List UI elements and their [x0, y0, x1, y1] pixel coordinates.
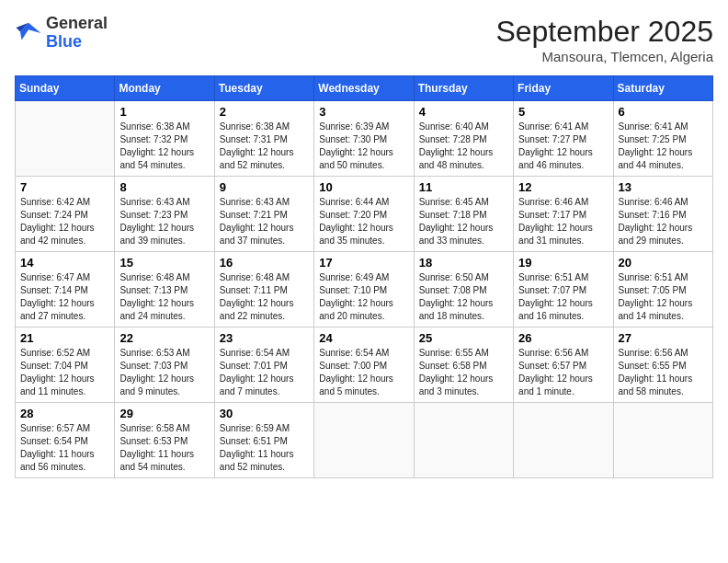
- day-number: 13: [619, 180, 708, 194]
- day-cell: 4Sunrise: 6:40 AM Sunset: 7:28 PM Daylig…: [414, 101, 513, 177]
- day-cell: 7Sunrise: 6:42 AM Sunset: 7:24 PM Daylig…: [16, 177, 115, 252]
- day-info: Sunrise: 6:39 AM Sunset: 7:30 PM Dayligh…: [319, 121, 408, 172]
- day-info: Sunrise: 6:53 AM Sunset: 7:03 PM Dayligh…: [119, 347, 209, 398]
- day-number: 25: [419, 331, 508, 345]
- day-cell: 29Sunrise: 6:58 AM Sunset: 6:53 PM Dayli…: [115, 403, 214, 478]
- day-number: 11: [419, 180, 508, 194]
- day-cell: 12Sunrise: 6:46 AM Sunset: 7:17 PM Dayli…: [514, 177, 613, 252]
- day-cell: [414, 403, 513, 478]
- logo: General Blue: [15, 15, 108, 52]
- day-cell: 13Sunrise: 6:46 AM Sunset: 7:16 PM Dayli…: [613, 177, 712, 252]
- day-number: 16: [220, 256, 309, 270]
- day-cell: 21Sunrise: 6:52 AM Sunset: 7:04 PM Dayli…: [16, 327, 115, 403]
- day-cell: 17Sunrise: 6:49 AM Sunset: 7:10 PM Dayli…: [314, 252, 414, 327]
- day-info: Sunrise: 6:43 AM Sunset: 7:21 PM Dayligh…: [220, 196, 309, 247]
- day-cell: 27Sunrise: 6:56 AM Sunset: 6:55 PM Dayli…: [613, 327, 712, 403]
- day-info: Sunrise: 6:45 AM Sunset: 7:18 PM Dayligh…: [419, 196, 508, 247]
- col-header-friday: Friday: [514, 76, 613, 101]
- day-number: 12: [518, 180, 608, 194]
- month-title: September 2025: [495, 15, 713, 49]
- day-number: 21: [20, 331, 109, 345]
- day-info: Sunrise: 6:58 AM Sunset: 6:53 PM Dayligh…: [119, 422, 209, 474]
- col-header-saturday: Saturday: [613, 76, 712, 101]
- day-cell: [514, 403, 613, 478]
- calendar: SundayMondayTuesdayWednesdayThursdayFrid…: [15, 75, 713, 478]
- col-header-wednesday: Wednesday: [314, 76, 414, 101]
- day-number: 3: [319, 105, 408, 119]
- title-block: September 2025 Mansoura, Tlemcen, Algeri…: [495, 15, 713, 64]
- day-cell: 20Sunrise: 6:51 AM Sunset: 7:05 PM Dayli…: [613, 252, 712, 327]
- day-info: Sunrise: 6:56 AM Sunset: 6:55 PM Dayligh…: [619, 347, 708, 398]
- day-number: 17: [319, 256, 408, 270]
- day-cell: 26Sunrise: 6:56 AM Sunset: 6:57 PM Dayli…: [514, 327, 613, 403]
- day-number: 18: [419, 256, 508, 270]
- day-cell: 22Sunrise: 6:53 AM Sunset: 7:03 PM Dayli…: [115, 327, 214, 403]
- header: General Blue September 2025 Mansoura, Tl…: [15, 15, 713, 64]
- day-number: 6: [619, 105, 708, 119]
- week-row-4: 21Sunrise: 6:52 AM Sunset: 7:04 PM Dayli…: [16, 327, 713, 403]
- col-header-monday: Monday: [115, 76, 214, 101]
- day-cell: 28Sunrise: 6:57 AM Sunset: 6:54 PM Dayli…: [16, 403, 115, 478]
- col-header-sunday: Sunday: [16, 76, 115, 101]
- day-cell: 23Sunrise: 6:54 AM Sunset: 7:01 PM Dayli…: [214, 327, 313, 403]
- day-info: Sunrise: 6:43 AM Sunset: 7:23 PM Dayligh…: [119, 196, 209, 247]
- day-info: Sunrise: 6:48 AM Sunset: 7:11 PM Dayligh…: [220, 271, 309, 323]
- header-row: SundayMondayTuesdayWednesdayThursdayFrid…: [16, 76, 713, 101]
- day-info: Sunrise: 6:41 AM Sunset: 7:25 PM Dayligh…: [619, 121, 708, 172]
- day-cell: 25Sunrise: 6:55 AM Sunset: 6:58 PM Dayli…: [414, 327, 513, 403]
- day-info: Sunrise: 6:40 AM Sunset: 7:28 PM Dayligh…: [419, 121, 508, 172]
- day-cell: 9Sunrise: 6:43 AM Sunset: 7:21 PM Daylig…: [214, 177, 313, 252]
- day-number: 5: [518, 105, 608, 119]
- day-number: 2: [220, 105, 309, 119]
- day-number: 4: [419, 105, 508, 119]
- day-cell: 18Sunrise: 6:50 AM Sunset: 7:08 PM Dayli…: [414, 252, 513, 327]
- day-cell: 2Sunrise: 6:38 AM Sunset: 7:31 PM Daylig…: [214, 101, 313, 177]
- day-cell: 1Sunrise: 6:38 AM Sunset: 7:32 PM Daylig…: [115, 101, 214, 177]
- day-info: Sunrise: 6:42 AM Sunset: 7:24 PM Dayligh…: [20, 196, 109, 247]
- day-info: Sunrise: 6:59 AM Sunset: 6:51 PM Dayligh…: [220, 422, 309, 474]
- day-cell: 15Sunrise: 6:48 AM Sunset: 7:13 PM Dayli…: [115, 252, 214, 327]
- day-cell: 14Sunrise: 6:47 AM Sunset: 7:14 PM Dayli…: [16, 252, 115, 327]
- day-number: 1: [119, 105, 209, 119]
- week-row-1: 1Sunrise: 6:38 AM Sunset: 7:32 PM Daylig…: [16, 101, 713, 177]
- day-cell: 10Sunrise: 6:44 AM Sunset: 7:20 PM Dayli…: [314, 177, 414, 252]
- day-info: Sunrise: 6:55 AM Sunset: 6:58 PM Dayligh…: [419, 347, 508, 398]
- day-number: 24: [319, 331, 408, 345]
- day-info: Sunrise: 6:41 AM Sunset: 7:27 PM Dayligh…: [518, 121, 608, 172]
- day-info: Sunrise: 6:38 AM Sunset: 7:32 PM Dayligh…: [119, 121, 209, 172]
- day-cell: 5Sunrise: 6:41 AM Sunset: 7:27 PM Daylig…: [514, 101, 613, 177]
- day-cell: 6Sunrise: 6:41 AM Sunset: 7:25 PM Daylig…: [613, 101, 712, 177]
- day-number: 29: [119, 407, 209, 420]
- day-number: 9: [220, 180, 309, 194]
- day-info: Sunrise: 6:50 AM Sunset: 7:08 PM Dayligh…: [419, 271, 508, 323]
- day-number: 7: [20, 180, 109, 194]
- day-info: Sunrise: 6:57 AM Sunset: 6:54 PM Dayligh…: [20, 422, 109, 474]
- day-number: 30: [220, 407, 309, 420]
- day-number: 27: [619, 331, 708, 345]
- day-info: Sunrise: 6:46 AM Sunset: 7:16 PM Dayligh…: [619, 196, 708, 247]
- week-row-2: 7Sunrise: 6:42 AM Sunset: 7:24 PM Daylig…: [16, 177, 713, 252]
- day-number: 15: [119, 256, 209, 270]
- week-row-3: 14Sunrise: 6:47 AM Sunset: 7:14 PM Dayli…: [16, 252, 713, 327]
- week-row-5: 28Sunrise: 6:57 AM Sunset: 6:54 PM Dayli…: [16, 403, 713, 478]
- day-info: Sunrise: 6:44 AM Sunset: 7:20 PM Dayligh…: [319, 196, 408, 247]
- day-cell: 30Sunrise: 6:59 AM Sunset: 6:51 PM Dayli…: [214, 403, 313, 478]
- day-number: 19: [518, 256, 608, 270]
- day-number: 10: [319, 180, 408, 194]
- day-info: Sunrise: 6:51 AM Sunset: 7:05 PM Dayligh…: [619, 271, 708, 323]
- day-number: 28: [20, 407, 109, 420]
- logo-line1: General: [46, 15, 108, 33]
- col-header-thursday: Thursday: [414, 76, 513, 101]
- logo-text: General Blue: [46, 15, 108, 52]
- day-cell: 19Sunrise: 6:51 AM Sunset: 7:07 PM Dayli…: [514, 252, 613, 327]
- day-number: 23: [220, 331, 309, 345]
- day-cell: [314, 403, 414, 478]
- day-number: 8: [119, 180, 209, 194]
- day-number: 14: [20, 256, 109, 270]
- day-info: Sunrise: 6:46 AM Sunset: 7:17 PM Dayligh…: [518, 196, 608, 247]
- logo-line2: Blue: [46, 33, 108, 52]
- day-info: Sunrise: 6:47 AM Sunset: 7:14 PM Dayligh…: [20, 271, 109, 323]
- day-number: 26: [518, 331, 608, 345]
- day-info: Sunrise: 6:54 AM Sunset: 7:01 PM Dayligh…: [220, 347, 309, 398]
- day-info: Sunrise: 6:49 AM Sunset: 7:10 PM Dayligh…: [319, 271, 408, 323]
